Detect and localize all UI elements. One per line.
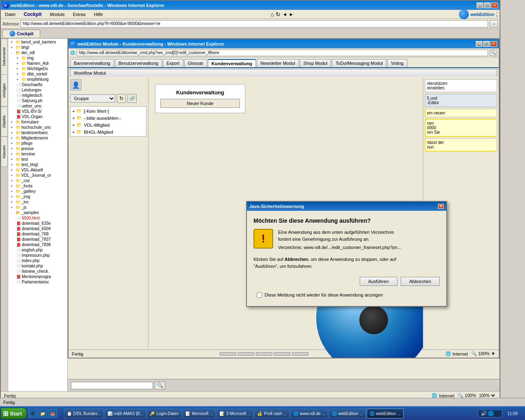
menu-extras[interactable]: Extras (71, 11, 88, 18)
side-tab-objekte[interactable]: Objekte (1, 107, 8, 137)
taskbar-item-4[interactable]: 📝 3 Microsoft ... (217, 409, 253, 418)
java-execute-button[interactable]: Ausführen (360, 277, 397, 286)
tree-item-6500[interactable]: 📄 6500.html (9, 215, 66, 221)
tree-item-satzung[interactable]: 📄 Satzung.ph (9, 98, 66, 103)
expand-icon[interactable]: + (11, 158, 15, 162)
expand-icon[interactable]: + (11, 136, 15, 140)
tree-item-dbb[interactable]: + 📁 dbb_vorteil (9, 71, 66, 77)
expand-icon[interactable]: + (11, 126, 15, 130)
expand-icon[interactable]: + (16, 62, 21, 66)
home-icon[interactable]: ⌂ (271, 11, 274, 18)
tree-bitte-auswaehlen[interactable]: + 📁 --bitte auswählen-- (71, 114, 145, 121)
close-button[interactable]: ✕ (491, 2, 498, 8)
expand-icon[interactable]: + (11, 195, 15, 199)
tree-item-impressum[interactable]: 📄 impressum.php (9, 253, 66, 258)
expand-icon-expanded[interactable]: - (11, 211, 15, 215)
expand-icon[interactable]: + (16, 56, 21, 60)
expand-icon[interactable]: + (11, 142, 15, 146)
taskbar-item-7[interactable]: 🌐 webEdition ... (329, 409, 366, 418)
expand-icon[interactable]: + (11, 163, 15, 167)
tree-item-mitgliedserv[interactable]: + 📁 Mitgliederservi (9, 135, 66, 141)
back-icon[interactable]: ◄ (282, 11, 287, 17)
java-cancel-button[interactable]: Abbrechen (401, 277, 440, 286)
expand-icon[interactable]: + (11, 40, 15, 44)
tree-item-geschaefts[interactable]: 📄 Geschaefts (9, 82, 66, 87)
tree-item-bhgl[interactable]: + 📁 bhgl (9, 45, 66, 50)
tree-item-dl650[interactable]: 📕 download_6504 (9, 226, 66, 231)
tree-item-vdlorgan[interactable]: 📕 VDL-Organ (9, 114, 66, 119)
address-input[interactable] (21, 20, 488, 27)
menu-cockpit[interactable]: Cockpit (21, 11, 44, 18)
tree-item-empfehlung[interactable]: + 📁 empfehlung (9, 77, 66, 82)
tree-item-hochschule[interactable]: + 📁 hochschule_unc (9, 125, 66, 130)
expand-icon[interactable]: + (16, 67, 21, 71)
quick-firefox-icon[interactable]: 🦊 (48, 409, 57, 418)
tree-item-pflege[interactable]: + 📁 pflege (9, 141, 66, 146)
expand-icon[interactable]: + (11, 168, 15, 172)
expand-icon[interactable]: + (11, 152, 15, 156)
tab-benutzerverwaltung[interactable]: Benutzerverwaltung (115, 59, 162, 67)
tree-item-ueber[interactable]: 📄 ueber_uns. (9, 103, 66, 109)
tab-glossar[interactable]: Glossar (184, 59, 207, 67)
tree-bhgl-mitglied[interactable]: + 📁 BHGL-Mitglied (71, 128, 145, 135)
tab-newsletter[interactable]: Newsletter Modul (257, 59, 299, 67)
tree-item-english[interactable]: 📄 english.php (9, 247, 66, 253)
tree-item-dl7837[interactable]: 📕 download_7837 (9, 237, 66, 242)
tree-item-leistung[interactable]: 📄 Leistungsv (9, 87, 66, 93)
tree-vdl-mitglied[interactable]: + 📁 VDL-Mitglied (71, 121, 145, 128)
tab-shop[interactable]: Shop Modul (300, 59, 331, 67)
tree-item-index[interactable]: 📄 index.php (9, 258, 66, 263)
expand-icon[interactable]: + (11, 179, 15, 183)
tree-item-inc[interactable]: + 📁 _inc (9, 199, 66, 205)
tree-item-vdlbv[interactable]: 📕 VDL-BV-S/ (9, 109, 66, 114)
tab-kundenverwaltung[interactable]: Kundenverwaltung (208, 59, 256, 67)
taskbar-item-2[interactable]: 🔑 Login-Daten (147, 409, 181, 418)
taskbar-item-1[interactable]: 📊 m&h AMAS [B... (105, 409, 146, 418)
go-button[interactable]: → (490, 20, 498, 27)
inner-close-button[interactable]: ✕ (491, 41, 497, 47)
expand-icon[interactable]: + (11, 46, 15, 50)
side-tab-klassen[interactable]: Klassen (1, 137, 8, 167)
gruppe-select[interactable]: Gruppe (70, 94, 115, 103)
tree-item-dervdl[interactable]: - 📂 der_vdl (9, 50, 66, 55)
expand-icon[interactable]: + (72, 123, 75, 128)
expand-icon[interactable]: + (72, 109, 75, 114)
tree-item-vdlaktuell[interactable]: + 📁 VDL-Aktuell (9, 167, 66, 173)
expand-icon[interactable]: + (72, 130, 75, 135)
tree-item-parlamentarisch[interactable]: 📄 Parlamentarisc (9, 279, 66, 285)
tree-item-test[interactable]: + 📁 test (9, 157, 66, 162)
expand-icon[interactable]: + (11, 173, 15, 178)
tree-item-js[interactable]: + 📁 _js (9, 205, 66, 210)
tree-item-vdljournal[interactable]: + 📁 VDL_Journal_or (9, 173, 66, 178)
tree-item-presse[interactable]: + 📁 presse (9, 146, 66, 151)
side-tab-dokumente[interactable]: Dokumente (1, 39, 8, 75)
expand-icon[interactable]: + (16, 72, 21, 76)
tree-item-dl633[interactable]: 📕 download_633e (9, 221, 66, 226)
minimize-button[interactable]: _ (477, 2, 483, 8)
expand-icon[interactable]: + (11, 147, 15, 151)
tree-item-beruf[interactable]: + 📁 beruf_und_karriere (9, 39, 66, 45)
expand-icon[interactable]: + (11, 131, 15, 135)
tree-item-formulare[interactable]: + 📁 formulare (9, 119, 66, 125)
bottom-search-input[interactable] (71, 382, 153, 389)
link-btn[interactable]: 🔗 (128, 94, 137, 103)
bottom-search-button[interactable]: 🔍 (155, 381, 165, 390)
inner-address-input[interactable] (77, 50, 488, 56)
tree-item-mitglied[interactable]: 📄 mitgliedsch (9, 93, 66, 98)
taskbar-item-6[interactable]: 🌐 www.vdl.de ... (290, 409, 328, 418)
tree-item-gallery[interactable]: + 📁 _gallery (9, 189, 66, 194)
start-button[interactable]: ⊞ Start (1, 408, 27, 419)
taskbar-item-0[interactable]: 📋 [VDL Bundes... (64, 409, 104, 418)
tree-item-mentoren[interactable]: 📕 Mentorenprogra (9, 274, 66, 279)
tree-item-imgunder[interactable]: + 📁 _img (9, 194, 66, 199)
tree-item-css[interactable]: + 📁 _css (9, 178, 66, 183)
refresh-icon[interactable]: ↻ (276, 11, 281, 18)
tab-voting[interactable]: Voting (387, 59, 407, 67)
tree-item-landesver[interactable]: + 📁 landesverbanc (9, 130, 66, 135)
tree-item-img[interactable]: + 📁 img (9, 55, 66, 61)
tree-item-kontakt[interactable]: 📄 kontakt.php (9, 263, 66, 269)
expand-icon-expanded[interactable]: - (11, 51, 15, 55)
forward-icon[interactable]: ► (289, 11, 294, 17)
expand-icon[interactable]: + (16, 78, 21, 82)
cockpit-tab[interactable]: Cockpit (2, 30, 40, 37)
